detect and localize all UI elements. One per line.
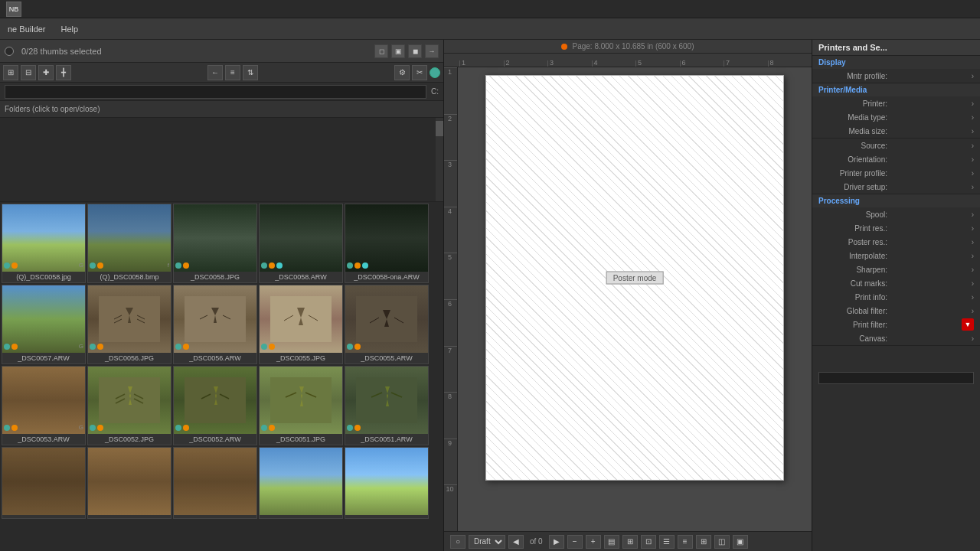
status-btn-page-prev[interactable]: ◀ (508, 535, 524, 549)
path-bar: C: (0, 83, 443, 101)
svg-rect-22 (270, 377, 332, 423)
thumb-item[interactable]: _DSC0055.JPG (259, 285, 343, 364)
path-input[interactable] (5, 85, 426, 99)
props-row-print-info: Print info: › (812, 290, 980, 304)
status-btn-view8[interactable]: ▣ (733, 535, 748, 549)
thumb-size: G (79, 424, 83, 431)
props-arrow-global-filter: › (972, 307, 974, 315)
status-btn-view2[interactable]: ⊞ (622, 535, 638, 549)
canvas-scroll-area[interactable]: 1 2 3 4 5 6 7 8 9 10 Poster mode (444, 67, 812, 531)
status-dot-green (4, 425, 10, 431)
thumb-item[interactable]: G (Q)_DSC0058.jpg (2, 204, 86, 283)
thumb-item[interactable]: _DSC0052.ARW (173, 366, 257, 445)
thumb-item[interactable] (2, 447, 86, 519)
action-btn-1[interactable]: ⊞ (3, 65, 18, 80)
ruler-left-9: 9 (444, 439, 457, 485)
props-section-processing-title[interactable]: Processing (812, 194, 980, 207)
thumb-status-icons (90, 262, 103, 269)
btn-square-black[interactable]: ◼ (408, 44, 422, 58)
thumb-item[interactable] (345, 447, 429, 519)
status-btn-view6[interactable]: ⊞ (696, 535, 711, 549)
ruler-left-5: 5 (444, 253, 457, 299)
thumb-item[interactable]: _DSC0051.ARW (345, 366, 429, 445)
thumb-filename: _DSC0056.JPG (88, 354, 171, 362)
props-arrow-printer-profile: › (972, 169, 974, 178)
props-section-printer-title[interactable]: Printer/Media (812, 83, 980, 96)
thumb-image (260, 204, 342, 272)
thumb-item[interactable] (87, 447, 172, 519)
action-btn-2[interactable]: ⊟ (21, 65, 36, 80)
status-btn-circle[interactable]: ○ (450, 535, 466, 549)
props-row-poster-res: Poster res.: › (812, 235, 980, 249)
status-btn-zoom-in[interactable]: + (586, 535, 601, 549)
red-indicator: ▼ (962, 318, 974, 331)
thumb-item[interactable] (173, 447, 257, 519)
menu-ne-builder[interactable]: ne Builder (5, 23, 49, 35)
folder-scroll-thumb[interactable] (436, 121, 443, 136)
folder-scrollbar[interactable] (436, 118, 443, 201)
props-arrow-interpolate: › (972, 252, 974, 260)
props-row-orientation: Orientation: › (812, 152, 980, 166)
status-btn-view1[interactable]: ▤ (604, 535, 619, 549)
status-dot-orange (183, 425, 189, 431)
props-row-source: Source: › (812, 139, 980, 152)
thumb-item[interactable]: _DSC0052.JPG (87, 366, 172, 445)
thumb-status-icons (4, 262, 18, 269)
folders-label[interactable]: Folders (click to open/close) (0, 101, 443, 118)
props-row-media-type: Media type: › (812, 110, 980, 124)
thumb-item[interactable]: f (Q)_DSC0058.bmp (87, 204, 172, 283)
thumb-status-icons (261, 425, 275, 431)
thumb-item[interactable]: _DSC0056.ARW (173, 285, 257, 364)
props-bottom-input[interactable] (818, 372, 974, 384)
props-arrow-media-type: › (972, 113, 974, 122)
action-btn-3[interactable]: ✚ (38, 65, 54, 80)
thumb-item[interactable]: G _DSC0053.ARW (2, 366, 86, 445)
page-canvas[interactable]: Poster mode (485, 75, 784, 481)
action-btn-tool1[interactable]: ⚙ (394, 65, 410, 80)
status-dot-cyan2 (362, 262, 368, 269)
action-btn-nav1[interactable]: ← (207, 65, 223, 80)
action-btn-tool2[interactable]: ✂ (412, 65, 427, 80)
status-btn-view3[interactable]: ⊡ (641, 535, 656, 549)
props-arrow-print-info: › (972, 293, 974, 302)
props-row-print-filter: Print filter: › (812, 318, 980, 331)
props-row-print-res: Print res.: › (812, 221, 980, 235)
thumb-image (174, 448, 256, 515)
thumb-status-icons (347, 425, 361, 431)
action-btn-4[interactable]: ╋ (56, 65, 71, 80)
page-status-dot (561, 44, 567, 50)
thumb-item[interactable]: G _DSC0057.ARW (2, 285, 86, 364)
status-btn-view4[interactable]: ☰ (659, 535, 675, 549)
green-indicator[interactable] (430, 67, 440, 78)
draft-select[interactable]: Draft (469, 535, 505, 549)
props-row-sharpen: Sharpen: › (812, 262, 980, 276)
btn-square-gray[interactable]: ▣ (391, 44, 405, 58)
radio-select[interactable] (5, 47, 14, 56)
action-btn-nav3[interactable]: ⇅ (243, 65, 258, 80)
btn-arrow-right[interactable]: → (425, 44, 439, 58)
status-btn-view5[interactable]: ≡ (678, 535, 693, 549)
status-dot-orange (97, 425, 103, 431)
thumb-item[interactable]: _DSC0055.ARW (345, 285, 429, 364)
btn-square-white[interactable]: ◻ (374, 44, 388, 58)
status-btn-page-next[interactable]: ▶ (549, 535, 564, 549)
props-section-printer: Printer/Media Printer: › Media type: › M… (812, 83, 980, 139)
thumb-item[interactable]: _DSC0058.ARW (259, 204, 343, 283)
props-arrow-cut-marks: › (972, 279, 974, 288)
action-btn-nav2[interactable]: ≡ (225, 65, 240, 80)
thumb-item[interactable]: _DSC0056.JPG (87, 285, 172, 364)
thumb-item[interactable]: _DSC0058-ona.ARW (345, 204, 429, 283)
thumb-filename: _DSC0058.JPG (174, 273, 256, 281)
menu-help[interactable]: Help (58, 23, 82, 35)
ruler-left-3: 3 (444, 160, 457, 207)
thumb-filename: _DSC0051.ARW (345, 435, 428, 443)
status-btn-view7[interactable]: ◫ (714, 535, 730, 549)
status-dot-orange (11, 425, 18, 431)
thumb-item[interactable]: _DSC0058.JPG (173, 204, 257, 283)
thumb-item[interactable]: _DSC0051.JPG (259, 366, 343, 445)
props-arrow-sharpen: › (972, 266, 974, 274)
thumb-item[interactable] (259, 447, 343, 519)
props-section-display-title[interactable]: Display (812, 56, 980, 69)
status-btn-zoom-out[interactable]: − (567, 535, 583, 549)
props-label-printer: Printer: (818, 99, 887, 108)
